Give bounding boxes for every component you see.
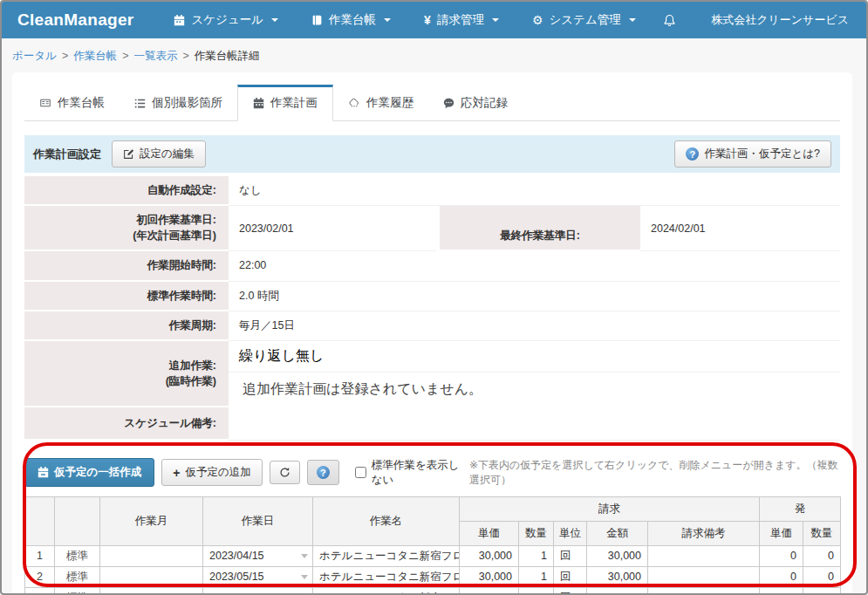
schedule-table: 作業月 作業日 作業名 請求 発 単価 数量 単位 金額 請求備考 単価 数量	[24, 496, 841, 595]
hide-standard-checkbox[interactable]	[355, 467, 366, 478]
field-label: 標準作業時間:	[24, 282, 229, 311]
breadcrumb-separator: >	[117, 50, 133, 62]
qty-cell[interactable]: 1	[519, 566, 554, 587]
book-icon	[311, 15, 323, 26]
extra-work-value: 繰り返し無し	[229, 341, 840, 373]
header-work-month: 作業月	[100, 496, 203, 545]
navbar-right: 株式会社クリーンサービス	[663, 12, 849, 28]
add-tentative-label: 仮予定の追加	[185, 465, 250, 480]
work-name-cell[interactable]: ホテルニューコタニ新宿フロア清掃	[313, 566, 460, 587]
qty-cell[interactable]: 1	[519, 545, 554, 566]
breadcrumb-link-ledger[interactable]: 作業台帳	[73, 50, 117, 62]
field-value: 2024/02/01	[640, 206, 840, 251]
field-label: 初回作業基準日: (年次計画基準日)	[24, 206, 229, 251]
tab-work-ledger[interactable]: 作業台帳	[24, 85, 120, 121]
work-month-cell[interactable]	[100, 566, 203, 587]
tab-label: 個別撮影箇所	[152, 95, 222, 111]
unit-cell[interactable]: 回	[554, 566, 587, 587]
work-month-cell[interactable]	[100, 587, 203, 595]
nav-item-billing[interactable]: ¥ 請求管理	[424, 12, 499, 28]
extra-work-note: 追加作業計画は登録されていません。	[229, 373, 840, 407]
table-row[interactable]: 3 標準 2023/06/15 ホテルニューコタニ新宿フロア清掃 30,000 …	[25, 587, 841, 595]
schedule-toolbar: 仮予定の一括作成 + 仮予定の追加 ? 標準作業を表示しない ※下表内の仮予定を…	[24, 458, 840, 488]
field-value: なし	[229, 176, 840, 206]
first-date-label-line1: 初回作業基準日:	[37, 212, 216, 228]
edit-settings-button[interactable]: 設定の編集	[112, 140, 206, 168]
field-value: 22:00	[229, 251, 840, 281]
work-date-cell[interactable]: 2023/04/15	[203, 545, 313, 566]
hide-standard-label: 標準作業を表示しない	[372, 458, 469, 488]
help-button[interactable]: ?	[307, 460, 339, 485]
bell-icon[interactable]	[663, 14, 676, 27]
bill-note-cell[interactable]	[648, 587, 760, 595]
table-row[interactable]: 1 標準 2023/04/15 ホテルニューコタニ新宿フロア清掃 30,000 …	[25, 545, 841, 566]
unit-cell[interactable]: 回	[554, 587, 587, 595]
field-label: 追加作業: (臨時作業)	[24, 341, 229, 407]
unit-price-cell[interactable]: 30,000	[460, 566, 519, 587]
top-navbar: CleanManager スケジュール 作業台帳 ¥ 請求管理	[2, 2, 866, 38]
header-amount: 金額	[587, 521, 648, 545]
nav-item-ledger[interactable]: 作業台帳	[311, 12, 391, 28]
calendar-icon	[38, 467, 49, 478]
unit-cell[interactable]: 回	[554, 545, 587, 566]
work-name-cell[interactable]: ホテルニューコタニ新宿フロア清掃	[313, 545, 460, 566]
tab-photo-spots[interactable]: 個別撮影箇所	[120, 85, 237, 121]
question-circle-icon: ?	[686, 147, 699, 161]
history-cloud-icon	[348, 98, 360, 108]
form-row-start-time: 作業開始時間: 22:00	[24, 251, 840, 281]
amount-cell: 30,000	[587, 587, 648, 595]
calendar-icon	[174, 15, 185, 26]
add-tentative-button[interactable]: + 仮予定の追加	[161, 459, 262, 486]
plan-help-button[interactable]: ? 作業計画・仮予定とは?	[674, 140, 831, 168]
field-label: 作業周期:	[24, 311, 229, 341]
work-name-cell[interactable]: ホテルニューコタニ新宿フロア清掃	[313, 587, 460, 595]
tab-label: 作業台帳	[58, 95, 105, 111]
form-row-std-time: 標準作業時間: 2.0 時間	[24, 282, 840, 311]
form-row-extra-work: 追加作業: (臨時作業) 繰り返し無し 追加作業計画は登録されていません。	[24, 341, 840, 407]
work-month-cell[interactable]	[100, 545, 203, 566]
breadcrumb-link-list[interactable]: 一覧表示	[134, 50, 178, 62]
nav-item-schedule[interactable]: スケジュール	[174, 12, 278, 28]
header-blank	[55, 496, 100, 545]
row-type-cell: 標準	[55, 545, 100, 566]
tab-work-plan[interactable]: 作業計画	[237, 85, 333, 121]
field-value	[229, 407, 840, 441]
tab-label: 作業計画	[270, 95, 318, 111]
edit-settings-label: 設定の編集	[140, 147, 195, 161]
bulk-create-button[interactable]: 仮予定の一括作成	[24, 458, 154, 487]
nav-item-system[interactable]: ⚙ システム管理	[532, 12, 636, 28]
row-number-cell: 2	[25, 566, 55, 587]
unit-price-cell[interactable]: 30,000	[460, 545, 519, 566]
work-date-value: 2023/05/15	[209, 571, 264, 583]
bill-note-cell[interactable]	[648, 545, 760, 566]
order-unit-price-cell[interactable]: 0	[760, 587, 803, 595]
bill-note-cell[interactable]	[648, 566, 760, 587]
order-unit-price-cell[interactable]: 0	[760, 566, 803, 587]
field-value: 毎月／15日	[229, 311, 840, 341]
company-name[interactable]: 株式会社クリーンサービス	[711, 12, 849, 28]
work-date-cell[interactable]: 2023/06/15	[203, 587, 313, 595]
refresh-button[interactable]	[270, 461, 300, 484]
order-qty-cell[interactable]: 0	[803, 545, 841, 566]
extra-label-line2: (臨時作業)	[37, 373, 216, 389]
breadcrumb-link-portal[interactable]: ポータル	[12, 50, 57, 62]
order-qty-cell[interactable]: 0	[803, 587, 841, 595]
row-number-cell: 1	[25, 545, 55, 566]
tab-response-record[interactable]: 応対記録	[428, 85, 523, 121]
order-qty-cell[interactable]: 0	[803, 566, 841, 587]
dropdown-arrow-icon	[301, 554, 308, 558]
brand-logo[interactable]: CleanManager	[17, 10, 133, 30]
work-date-cell[interactable]: 2023/05/15	[203, 566, 313, 587]
tab-work-history[interactable]: 作業履歴	[333, 85, 428, 121]
form-row-memo: スケジュール備考:	[24, 407, 840, 441]
header-work-name: 作業名	[313, 496, 460, 545]
plan-settings-form: 自動作成設定: なし 初回作業基準日: (年次計画基準日) 2023/02/01…	[24, 176, 840, 441]
nav-item-label: スケジュール	[191, 12, 263, 28]
caret-down-icon	[492, 18, 499, 22]
table-row[interactable]: 2 標準 2023/05/15 ホテルニューコタニ新宿フロア清掃 30,000 …	[25, 566, 841, 587]
form-row-cycle: 作業周期: 毎月／15日	[24, 311, 840, 341]
caret-down-icon	[384, 18, 391, 22]
order-unit-price-cell[interactable]: 0	[760, 545, 803, 566]
unit-price-cell[interactable]: 30,000	[460, 587, 519, 595]
qty-cell[interactable]: 1	[519, 587, 554, 595]
